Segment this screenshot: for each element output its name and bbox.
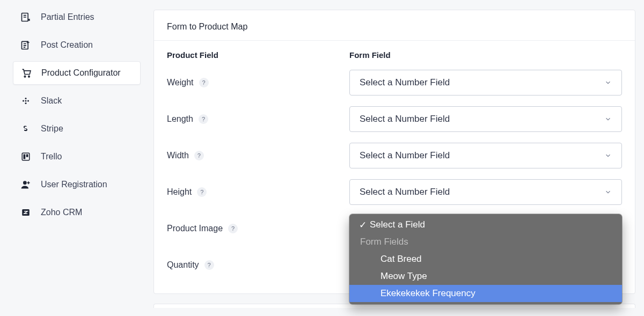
select-placeholder: Select a Number Field <box>360 114 450 124</box>
sidebar-item-post-creation[interactable]: Post Creation <box>13 33 141 57</box>
dropdown-option-select-a-field[interactable]: Select a Field <box>349 216 622 233</box>
dropdown-option-ekekekekek-frequency[interactable]: Ekekekekek Frequency <box>349 285 622 302</box>
help-icon[interactable]: ? <box>199 78 209 87</box>
sidebar-item-label: Partial Entries <box>41 12 94 22</box>
post-create-icon <box>20 40 31 50</box>
chevron-down-icon <box>604 188 612 196</box>
form-partial-icon <box>20 12 31 23</box>
svg-rect-5 <box>25 98 27 99</box>
select-placeholder: Select a Number Field <box>360 77 450 88</box>
sidebar-item-label: User Registration <box>41 180 107 189</box>
label-text: Height <box>167 187 192 197</box>
svg-rect-7 <box>25 102 27 104</box>
grid-headers: Product Field Form Field <box>167 50 622 60</box>
cart-icon <box>21 68 32 78</box>
svg-rect-10 <box>24 155 26 159</box>
label-product-image: Product Image ? <box>167 224 349 233</box>
svg-rect-9 <box>22 153 30 160</box>
sidebar-item-label: Product Configurator <box>41 68 121 78</box>
label-text: Quantity <box>167 260 199 270</box>
row-weight: Weight ? Select a Number Field <box>167 69 622 96</box>
label-weight: Weight ? <box>167 78 349 87</box>
dropdown-group-form-fields: Form Fields <box>349 233 622 251</box>
help-icon[interactable]: ? <box>199 114 208 124</box>
row-width: Width ? Select a Number Field <box>167 142 622 169</box>
label-width: Width ? <box>167 151 349 160</box>
chevron-down-icon <box>604 79 612 86</box>
svg-rect-4 <box>23 100 24 102</box>
sidebar-item-stripe[interactable]: Stripe <box>13 117 141 141</box>
select-placeholder: Select a Number Field <box>360 150 450 161</box>
sidebar: Partial Entries Post Creation Product Co… <box>0 0 149 316</box>
sidebar-item-zoho-crm[interactable]: Zoho CRM <box>13 201 141 224</box>
label-length: Length ? <box>167 114 349 124</box>
dropdown-product-image: Select a Field Form Fields Cat Breed Meo… <box>349 214 622 304</box>
svg-point-3 <box>28 76 30 77</box>
form-to-product-map-panel: Form to Product Map Product Field Form F… <box>153 10 635 294</box>
svg-point-12 <box>23 181 27 185</box>
app-root: Partial Entries Post Creation Product Co… <box>0 0 644 316</box>
sidebar-item-slack[interactable]: Slack <box>13 89 141 113</box>
help-icon[interactable]: ? <box>197 187 207 197</box>
row-product-image: Product Image ? Select a Field Select a … <box>167 215 622 242</box>
help-icon[interactable]: ? <box>228 224 238 233</box>
label-text: Weight <box>167 78 194 87</box>
column-header-form-field: Form Field <box>349 50 622 60</box>
svg-rect-11 <box>26 155 28 157</box>
main-content: Form to Product Map Product Field Form F… <box>149 0 644 316</box>
chevron-down-icon <box>604 152 612 159</box>
select-placeholder: Select a Number Field <box>360 187 450 197</box>
next-panel-top-edge <box>153 304 635 308</box>
sidebar-item-label: Stripe <box>41 124 63 134</box>
sidebar-item-label: Zoho CRM <box>41 208 82 217</box>
select-height[interactable]: Select a Number Field <box>349 179 622 205</box>
zoho-icon <box>20 207 31 218</box>
label-height: Height ? <box>167 187 349 197</box>
sidebar-item-product-configurator[interactable]: Product Configurator <box>13 61 141 85</box>
select-weight[interactable]: Select a Number Field <box>349 70 622 95</box>
select-length[interactable]: Select a Number Field <box>349 106 622 132</box>
dropdown-option-cat-breed[interactable]: Cat Breed <box>349 251 622 268</box>
label-text: Length <box>167 114 193 124</box>
sidebar-item-label: Slack <box>41 96 62 106</box>
stripe-icon <box>20 123 31 134</box>
sidebar-item-label: Trello <box>41 152 62 161</box>
label-text: Product Image <box>167 224 223 233</box>
help-icon[interactable]: ? <box>204 260 214 270</box>
svg-point-2 <box>24 76 26 77</box>
help-icon[interactable]: ? <box>194 151 204 160</box>
row-length: Length ? Select a Number Field <box>167 106 622 133</box>
sidebar-item-user-registration[interactable]: User Registration <box>13 173 141 196</box>
column-header-product-field: Product Field <box>167 50 349 60</box>
svg-rect-8 <box>25 100 27 102</box>
sidebar-item-partial-entries[interactable]: Partial Entries <box>13 5 141 29</box>
label-quantity: Quantity ? <box>167 260 349 270</box>
svg-rect-6 <box>27 100 29 102</box>
label-text: Width <box>167 151 189 160</box>
chevron-down-icon <box>604 115 612 123</box>
sidebar-item-trello[interactable]: Trello <box>13 145 141 168</box>
sidebar-item-label: Post Creation <box>41 40 93 50</box>
user-plus-icon <box>20 179 31 190</box>
dropdown-option-meow-type[interactable]: Meow Type <box>349 268 622 285</box>
slack-icon <box>20 95 31 106</box>
field-map-grid: Product Field Form Field Weight ? Select… <box>154 41 635 278</box>
trello-icon <box>20 151 31 162</box>
panel-title: Form to Product Map <box>154 10 635 41</box>
row-height: Height ? Select a Number Field <box>167 179 622 205</box>
select-width[interactable]: Select a Number Field <box>349 143 622 168</box>
